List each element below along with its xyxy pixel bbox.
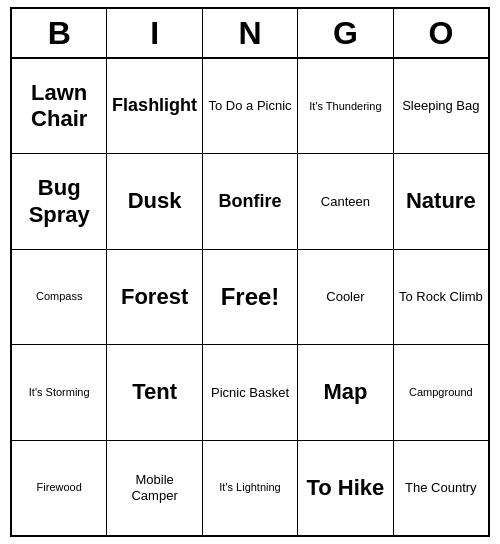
header-letter-B: B [12,9,107,57]
bingo-row-0: Lawn ChairFlashlightTo Do a PicnicIt's T… [12,59,488,154]
bingo-cell-3-1: Tent [107,345,202,439]
header-letter-O: O [394,9,488,57]
bingo-cell-0-1: Flashlight [107,59,202,153]
header-letter-G: G [298,9,393,57]
bingo-cell-3-2: Picnic Basket [203,345,298,439]
bingo-cell-0-3: It's Thundering [298,59,393,153]
bingo-cell-1-3: Canteen [298,154,393,248]
bingo-grid: Lawn ChairFlashlightTo Do a PicnicIt's T… [12,59,488,535]
header-letter-I: I [107,9,202,57]
bingo-cell-4-4: The Country [394,441,488,535]
bingo-cell-2-3: Cooler [298,250,393,344]
bingo-cell-0-4: Sleeping Bag [394,59,488,153]
bingo-cell-2-4: To Rock Climb [394,250,488,344]
bingo-cell-4-2: It's Lightning [203,441,298,535]
bingo-cell-3-4: Campground [394,345,488,439]
bingo-row-3: It's StormingTentPicnic BasketMapCampgro… [12,345,488,440]
bingo-cell-1-0: Bug Spray [12,154,107,248]
bingo-cell-1-1: Dusk [107,154,202,248]
bingo-cell-1-2: Bonfire [203,154,298,248]
bingo-cell-4-1: Mobile Camper [107,441,202,535]
bingo-cell-4-3: To Hike [298,441,393,535]
bingo-cell-4-0: Firewood [12,441,107,535]
bingo-row-2: CompassForestFree!CoolerTo Rock Climb [12,250,488,345]
bingo-cell-2-2: Free! [203,250,298,344]
bingo-cell-0-2: To Do a Picnic [203,59,298,153]
bingo-cell-1-4: Nature [394,154,488,248]
bingo-cell-3-3: Map [298,345,393,439]
bingo-cell-3-0: It's Storming [12,345,107,439]
bingo-cell-0-0: Lawn Chair [12,59,107,153]
header-letter-N: N [203,9,298,57]
bingo-cell-2-0: Compass [12,250,107,344]
bingo-card: BINGO Lawn ChairFlashlightTo Do a Picnic… [10,7,490,537]
bingo-cell-2-1: Forest [107,250,202,344]
bingo-row-4: FirewoodMobile CamperIt's LightningTo Hi… [12,441,488,535]
bingo-row-1: Bug SprayDuskBonfireCanteenNature [12,154,488,249]
bingo-header: BINGO [12,9,488,59]
